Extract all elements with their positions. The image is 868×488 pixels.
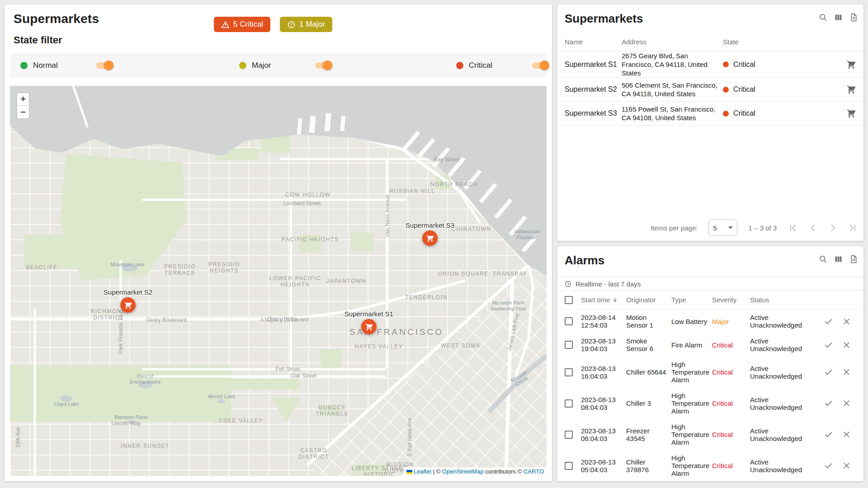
alarm-originator: Chiller 3 xyxy=(626,399,671,407)
time-window-label: Realtime - last 7 days xyxy=(576,280,641,288)
next-page-icon[interactable] xyxy=(827,222,838,233)
entity-row[interactable]: Supermarket S31165 Powell St, San Franci… xyxy=(557,102,863,126)
shopping-cart-icon[interactable] xyxy=(834,108,856,118)
alarm-checkbox[interactable] xyxy=(565,399,573,408)
alarm-checkbox[interactable] xyxy=(565,317,573,325)
alarms-table-card: Alarms Realtime - last 7 days Start time… xyxy=(557,246,863,481)
major-count-badge[interactable]: 1 Major xyxy=(280,17,332,32)
search-icon[interactable] xyxy=(817,253,828,264)
state-filter-label: Major xyxy=(252,61,271,70)
alarm-date: 2023-08-13 xyxy=(581,337,623,345)
entity-address: 2675 Geary Blvd, San Francisco, CA 94118… xyxy=(622,52,723,77)
alarm-checkbox[interactable] xyxy=(565,368,573,376)
acknowledge-icon[interactable] xyxy=(821,461,839,470)
state-filter-normal: Normal xyxy=(20,53,113,78)
col-name[interactable]: Name xyxy=(565,38,622,46)
leaflet-link[interactable]: Leaflet xyxy=(414,468,431,475)
supermarket-marker[interactable] xyxy=(361,319,377,334)
alarm-date: 2023-08-14 xyxy=(581,314,623,321)
alarm-date: 2023-08-13 xyxy=(581,365,623,372)
alarm-severity: Critical xyxy=(712,368,750,376)
alarm-status: Active Unacknowledged xyxy=(750,337,807,352)
alarm-start-time: 2023-08-1319:04:03 xyxy=(581,337,626,352)
col-status[interactable]: Status xyxy=(750,296,807,304)
state-filter-label: Critical xyxy=(469,61,492,70)
prev-page-icon[interactable] xyxy=(807,222,818,233)
alarm-date: 2023-08-13 xyxy=(581,427,623,435)
warning-icon xyxy=(221,20,230,29)
entity-address: 506 Clement St, San Francisco, CA 94118,… xyxy=(622,81,723,98)
alarm-checkbox[interactable] xyxy=(565,341,573,349)
alarm-originator: Motion Sensor 1 xyxy=(626,314,671,329)
last-page-icon[interactable] xyxy=(847,222,858,233)
clear-alarm-icon[interactable] xyxy=(839,399,857,408)
alarm-row[interactable]: 2023-08-1412:54:03Motion Sensor 1Low Bat… xyxy=(557,310,863,333)
alarm-time: 12:54:03 xyxy=(581,321,623,329)
map[interactable]: NORTH BEACHRUSSIAN HILLCHINATOWNCOW HOLL… xyxy=(10,86,547,476)
col-type[interactable]: Type xyxy=(671,296,712,304)
shopping-cart-icon[interactable] xyxy=(834,84,856,94)
clear-alarm-icon[interactable] xyxy=(839,317,857,326)
first-page-icon[interactable] xyxy=(788,222,798,233)
major-state-dot xyxy=(239,62,246,69)
search-icon[interactable] xyxy=(817,12,828,23)
supermarket-marker[interactable] xyxy=(422,230,438,246)
alarm-checkbox[interactable] xyxy=(565,431,573,439)
acknowledge-icon[interactable] xyxy=(821,367,839,377)
entity-row[interactable]: Supermarket S12675 Geary Blvd, San Franc… xyxy=(557,52,863,78)
col-address[interactable]: Address xyxy=(622,38,723,46)
entity-name: Supermarket S3 xyxy=(565,109,622,117)
clear-alarm-icon[interactable] xyxy=(839,367,857,377)
state-filter-strip: NormalMajorCritical xyxy=(10,53,547,78)
entity-address: 1165 Powell St, San Francisco, CA 94108,… xyxy=(622,105,723,122)
col-start-time[interactable]: Start time xyxy=(581,296,626,304)
alarm-row[interactable]: 2023-08-1308:04:03Chiller 3High Temperat… xyxy=(557,388,863,419)
critical-count-badge[interactable]: 5 Critical xyxy=(214,17,270,32)
openstreetmap-link[interactable]: OpenStreetMap xyxy=(442,468,484,475)
columns-icon[interactable] xyxy=(833,253,844,264)
zoom-in-button[interactable]: + xyxy=(17,93,29,106)
clear-alarm-icon[interactable] xyxy=(839,461,857,470)
export-icon[interactable] xyxy=(848,253,859,264)
zoom-out-button[interactable]: − xyxy=(17,106,29,118)
alarm-row[interactable]: 2023-08-1308:04:03Freezer 43545High Temp… xyxy=(557,419,863,450)
leaflet-flag-icon xyxy=(406,470,412,474)
columns-icon[interactable] xyxy=(833,12,844,23)
alarm-status: Active Unacknowledged xyxy=(750,365,807,380)
supermarket-marker[interactable] xyxy=(120,297,136,313)
acknowledge-icon[interactable] xyxy=(821,430,839,439)
alarm-originator: Chiller 378876 xyxy=(626,458,671,474)
alarm-severity: Critical xyxy=(712,431,750,438)
alarm-row[interactable]: 2023-08-1316:04:03Chiller 65644High Temp… xyxy=(557,357,863,388)
alarm-checkbox[interactable] xyxy=(565,462,573,470)
shopping-cart-icon[interactable] xyxy=(834,60,856,70)
carto-link[interactable]: CARTO xyxy=(524,468,544,475)
col-severity[interactable]: Severity xyxy=(712,296,750,304)
major-toggle[interactable] xyxy=(314,61,332,70)
normal-toggle[interactable] xyxy=(95,61,113,70)
alarm-row[interactable]: 2023-08-1319:04:03Smoke Sensor 6Fire Ala… xyxy=(557,333,863,357)
alarm-severity: Major xyxy=(712,318,750,325)
select-all-checkbox[interactable] xyxy=(565,296,573,304)
alarm-originator: Freezer 43545 xyxy=(626,427,671,442)
sort-desc-icon xyxy=(612,296,618,303)
alarm-row[interactable]: 2023-08-1305:04:03Chiller 378876High Tem… xyxy=(557,450,863,481)
cart-marker-icon xyxy=(124,301,132,310)
clear-alarm-icon[interactable] xyxy=(839,430,857,439)
col-state[interactable]: State xyxy=(723,38,834,46)
acknowledge-icon[interactable] xyxy=(821,340,839,350)
alarm-type: High Temperature Alarm xyxy=(671,392,712,415)
clear-alarm-icon[interactable] xyxy=(839,340,857,350)
acknowledge-icon[interactable] xyxy=(821,317,839,326)
alarm-severity: Critical xyxy=(712,341,750,349)
attribution-separator: | © xyxy=(431,468,442,475)
col-originator[interactable]: Originator xyxy=(626,296,671,304)
time-window-selector[interactable]: Realtime - last 7 days xyxy=(557,277,863,291)
export-icon[interactable] xyxy=(848,12,859,23)
alarm-status: Active Unacknowledged xyxy=(750,396,807,411)
entity-row[interactable]: Supermarket S2506 Clement St, San Franci… xyxy=(557,78,863,102)
acknowledge-icon[interactable] xyxy=(821,399,839,408)
critical-toggle[interactable] xyxy=(531,61,549,70)
page-size-select[interactable]: 5 xyxy=(708,220,737,236)
alarm-date: 2023-08-13 xyxy=(581,458,623,466)
